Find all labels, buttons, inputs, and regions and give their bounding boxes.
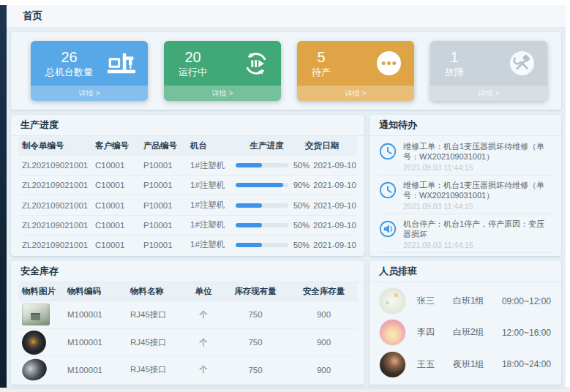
progress-bar: [236, 183, 288, 187]
notification-item[interactable]: 维修工单：机台1变压器损坏待维修（单号：WX202109031001） 2021…: [378, 137, 552, 176]
person-name: 张三: [417, 295, 447, 307]
stat-value: 5: [317, 48, 325, 66]
notification-item[interactable]: 计划暂停：机台1生产计划已暂停 2021.09.03 11:44:15: [378, 253, 552, 256]
production-row: ZL202109021001 C10001 P10001 1#注塑机 50% 2…: [18, 195, 357, 214]
notification-time: 2021.09.03 11:44:15: [403, 163, 552, 172]
stat-cards-panel: 26 总机台数量: [11, 32, 561, 110]
schedule-row: 李四 白班2组 12:00~16:00: [380, 317, 551, 348]
stat-detail-link[interactable]: 详情 >: [430, 86, 547, 101]
main-area: 首页 26 总机台数量: [7, 5, 566, 388]
notification-item[interactable]: 维修工单：机台1变压器损坏待维修（单号：WX202109031001） 2021…: [378, 176, 552, 214]
cnc-machine-icon: [107, 52, 136, 75]
safety-stock-panel: 安全库存 物料图片 物料编码 物料名称 单位 库存现有量 安全库存量 M: [11, 261, 364, 385]
production-row: ZL202109021001 C10001 P10001 1#注塑机 50% 2…: [18, 155, 357, 175]
production-row: ZL202109021001 C10001 P10001 1#注塑机 50% 2…: [18, 235, 357, 255]
avatar: [380, 288, 405, 314]
cone-speaker-photo: [19, 356, 49, 384]
rj45-connector-photo: [22, 304, 50, 325]
round-speaker-photo: [22, 331, 46, 355]
shift-time: 09:00~12:00: [502, 296, 551, 306]
production-progress-panel: 生产进度 制令单编号 客户编号 产品编号 机台 生产进度 交货日期 ZL2021…: [11, 115, 364, 256]
personnel-schedule-title: 人员排班: [370, 261, 561, 282]
stat-label: 待产: [312, 66, 331, 78]
stat-card-total-machines[interactable]: 26 总机台数量: [31, 41, 148, 101]
production-table: 制令单编号 客户编号 产品编号 机台 生产进度 交货日期 ZL202109021…: [11, 136, 364, 256]
production-progress-title: 生产进度: [11, 115, 364, 136]
notification-time: 2021.09.03 11:44:15: [403, 202, 552, 211]
progress-bar: [236, 203, 288, 208]
stat-card-fault[interactable]: 1 故障: [430, 41, 547, 101]
collapsed-sidebar: [0, 5, 7, 388]
shift-label: 白班1组: [453, 295, 493, 307]
clock-icon: [378, 142, 397, 161]
stat-value: 26: [61, 48, 77, 66]
schedule-row: 王五 夜班1组 18:00~24:00: [380, 349, 551, 380]
stat-label: 运行中: [179, 66, 207, 78]
window-bottom-edge: [0, 388, 570, 392]
notification-time: 2021.09.03 11:44:15: [403, 241, 552, 249]
schedule-list: 张三 白班1组 09:00~12:00 李四 白班2组 12:00~16:00: [370, 282, 561, 385]
avatar: [380, 320, 405, 345]
stat-card-running[interactable]: 20 运行中: [164, 41, 281, 101]
notification-item[interactable]: 机台停产：机台1停产，停产原因：变压器损坏 2021.09.03 11:44:1…: [378, 214, 552, 253]
inventory-row: M100001 RJ45接口 个 750 900: [18, 301, 357, 328]
tab-home[interactable]: 首页: [23, 10, 42, 23]
stat-detail-link[interactable]: 详情 >: [164, 86, 281, 101]
safety-stock-title: 安全库存: [11, 261, 364, 282]
dashboard-content: 26 总机台数量: [7, 28, 566, 388]
shift-label: 白班2组: [453, 326, 493, 339]
stat-value: 20: [184, 48, 200, 66]
notification-text: 维修工单：机台1变压器损坏待维修（单号：WX202109031001）: [403, 141, 552, 162]
notifications-list: 维修工单：机台1变压器损坏待维修（单号：WX202109031001） 2021…: [370, 136, 561, 256]
person-name: 王五: [417, 358, 447, 371]
repair-tools-icon: [509, 50, 536, 77]
schedule-row: 张三 白班1组 09:00~12:00: [380, 285, 551, 317]
tab-bar: 首页: [7, 5, 566, 28]
stat-card-pending[interactable]: 5 待产 详情 >: [297, 41, 414, 101]
safety-stock-table: 物料图片 物料编码 物料名称 单位 库存现有量 安全库存量 M100001 RJ…: [11, 282, 364, 385]
speaker-icon: [378, 219, 397, 238]
stat-detail-link[interactable]: 详情 >: [31, 86, 148, 101]
stat-label: 总机台数量: [45, 66, 93, 78]
production-table-header: 制令单编号 客户编号 产品编号 机台 生产进度 交货日期: [18, 136, 357, 155]
stat-value: 1: [450, 48, 458, 66]
stat-label: 故障: [445, 66, 464, 78]
notification-text: 机台停产：机台1停产，停产原因：变压器损坏: [403, 219, 552, 239]
person-name: 李四: [417, 326, 447, 339]
inventory-row: M100001 RJ45接口 个 750 900: [18, 355, 357, 383]
inventory-row: M100001 RJ45接口 个 750 900: [18, 328, 357, 356]
notifications-panel: 通知待办 维修工单：机台1变压器损坏待维修（单号：WX202109031001）: [370, 115, 561, 256]
shift-label: 夜班1组: [453, 358, 493, 371]
production-row: ZL202109021001 C10001 P10001 1#注塑机 90% 2…: [18, 175, 357, 195]
app-window: 首页 26 总机台数量: [0, 0, 570, 392]
stat-detail-link[interactable]: 详情 >: [297, 86, 414, 101]
progress-bar: [236, 223, 288, 227]
progress-bar: [236, 163, 288, 167]
notifications-title: 通知待办: [370, 115, 561, 136]
notification-text: 维修工单：机台1变压器损坏待维修（单号：WX202109031001）: [403, 180, 552, 200]
shift-time: 12:00~16:00: [502, 328, 551, 338]
production-row: ZL202109021001 C10001 P10001 1#注塑机 50% 2…: [18, 215, 357, 235]
safety-stock-header: 物料图片 物料编码 物料名称 单位 库存现有量 安全库存量: [18, 282, 357, 301]
avatar: [380, 352, 405, 377]
progress-bar: [236, 243, 288, 247]
clock-icon: [378, 181, 397, 200]
ellipsis-icon: [375, 50, 402, 77]
personnel-schedule-panel: 人员排班 张三 白班1组 09:00~12:00 李四 白班2组 1: [370, 261, 561, 385]
running-cycle-icon: [243, 50, 269, 77]
shift-time: 18:00~24:00: [502, 359, 551, 369]
